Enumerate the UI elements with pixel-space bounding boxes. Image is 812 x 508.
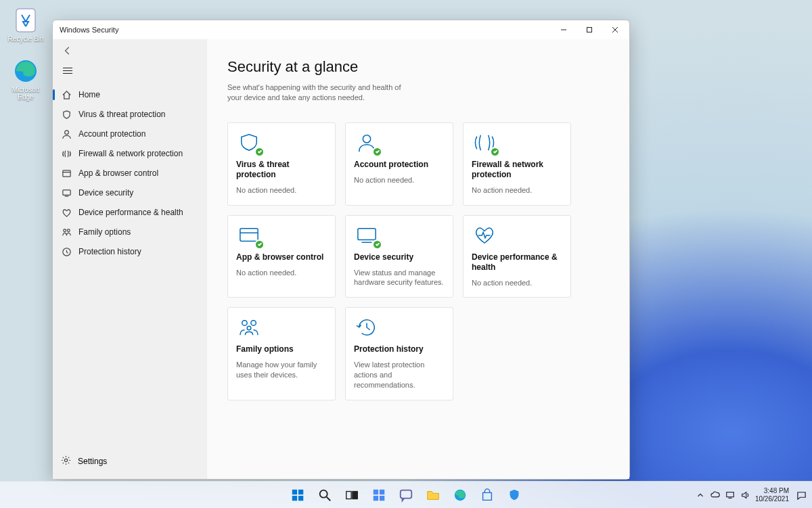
tile-history[interactable]: Protection history View latest protectio… (345, 307, 453, 400)
svg-rect-3 (587, 28, 592, 32)
sidebar-item-home[interactable]: Home (53, 85, 206, 104)
home-icon (61, 89, 72, 100)
onedrive-icon[interactable] (710, 490, 720, 500)
tile-virus-threat[interactable]: Virus & threat protection No action need… (227, 122, 336, 206)
clock-date: 10/26/2021 (755, 495, 789, 503)
sidebar-item-settings[interactable]: Settings (53, 452, 206, 471)
clock[interactable]: 3:48 PM 10/26/2021 (755, 487, 789, 503)
explorer-button[interactable] (422, 484, 445, 507)
close-button[interactable] (602, 20, 628, 39)
svg-rect-30 (353, 491, 357, 499)
svg-rect-35 (401, 490, 412, 498)
svg-point-14 (64, 459, 67, 461)
device-icon (354, 225, 381, 247)
svg-rect-32 (380, 489, 384, 494)
search-button[interactable] (313, 484, 336, 507)
tile-device-security[interactable]: Device security View status and manage h… (345, 215, 453, 298)
chat-button[interactable] (394, 484, 418, 507)
history-icon (61, 246, 72, 257)
svg-point-15 (363, 135, 370, 143)
tile-firewall[interactable]: Firewall & network protection No action … (463, 122, 571, 206)
svg-point-11 (63, 229, 66, 231)
volume-icon[interactable] (740, 490, 750, 500)
sidebar-item-label: Settings (78, 457, 107, 466)
tile-app-browser[interactable]: App & browser control No action needed. (227, 215, 336, 298)
tile-desc: Manage how your family uses their device… (236, 360, 327, 380)
tile-performance[interactable]: Device performance & health No action ne… (463, 215, 571, 298)
sidebar-item-account[interactable]: Account protection (53, 124, 206, 143)
svg-rect-7 (62, 170, 70, 176)
svg-rect-26 (298, 495, 303, 500)
tile-desc: View latest protection actions and recom… (354, 360, 445, 390)
edge-icon (12, 57, 39, 85)
tile-account[interactable]: Account protection No action needed. (345, 122, 453, 206)
shield-icon (61, 109, 72, 120)
chevron-up-icon[interactable] (696, 490, 705, 500)
minimize-button[interactable] (551, 20, 577, 39)
svg-point-6 (64, 130, 68, 134)
check-icon (490, 147, 500, 157)
firewall-icon (472, 133, 499, 154)
sidebar-item-label: App & browser control (78, 168, 158, 178)
svg-rect-33 (374, 495, 378, 500)
desktop-icon-edge[interactable]: Microsoft Edge (5, 57, 46, 101)
tile-title: App & browser control (236, 252, 327, 262)
tile-desc: No action needed. (472, 278, 562, 288)
recycle-bin-icon (12, 7, 39, 34)
sidebar-item-history[interactable]: Protection history (53, 242, 206, 261)
svg-point-21 (251, 321, 256, 326)
start-button[interactable] (286, 484, 309, 507)
shield-icon (236, 133, 263, 154)
svg-rect-18 (358, 228, 376, 239)
titlebar[interactable]: Windows Security (53, 20, 629, 39)
svg-rect-31 (374, 489, 378, 494)
notifications-button[interactable] (794, 488, 808, 502)
heart-pulse-icon (472, 225, 499, 247)
sidebar-item-label: Device security (78, 188, 133, 198)
tile-title: Device security (354, 252, 445, 262)
svg-rect-37 (727, 492, 734, 497)
sidebar-item-virus[interactable]: Virus & threat protection (53, 105, 206, 124)
system-tray[interactable] (696, 490, 750, 500)
check-icon (254, 147, 265, 157)
sidebar-item-family[interactable]: Family options (53, 223, 206, 241)
svg-line-28 (327, 497, 331, 501)
svg-rect-16 (240, 228, 258, 241)
windows-security-window: Windows Security Home Virus & (52, 20, 630, 480)
svg-point-12 (67, 229, 70, 231)
tile-family[interactable]: Family options Manage how your family us… (227, 307, 336, 400)
desktop-icon-recycle-bin[interactable]: Recycle Bin (5, 7, 46, 43)
taskbar: 3:48 PM 10/26/2021 (0, 481, 812, 508)
svg-rect-0 (16, 9, 35, 32)
device-icon (61, 187, 72, 198)
sidebar-item-label: Family options (78, 227, 131, 237)
app-browser-icon (61, 168, 72, 179)
maximize-button[interactable] (577, 20, 602, 39)
desktop-icon-label: Microsoft Edge (5, 86, 46, 101)
tile-desc: No action needed. (354, 175, 445, 185)
sidebar-item-label: Virus & threat protection (78, 110, 166, 119)
security-button[interactable] (503, 484, 526, 507)
svg-rect-29 (346, 491, 351, 499)
sidebar: Home Virus & threat protection Account p… (53, 39, 207, 479)
back-button[interactable] (60, 43, 76, 59)
widgets-button[interactable] (367, 484, 390, 507)
sidebar-item-device-security[interactable]: Device security (53, 183, 206, 202)
store-button[interactable] (476, 484, 499, 507)
network-icon[interactable] (725, 490, 735, 500)
svg-point-20 (242, 321, 248, 326)
gear-icon (61, 455, 71, 467)
desktop-icon-label: Recycle Bin (8, 35, 44, 43)
sidebar-item-firewall[interactable]: Firewall & network protection (53, 144, 206, 163)
sidebar-item-label: Device performance & health (78, 208, 183, 217)
taskview-button[interactable] (340, 484, 363, 507)
hamburger-menu[interactable] (60, 62, 76, 78)
edge-button[interactable] (449, 484, 472, 507)
sidebar-item-label: Firewall & network protection (78, 149, 183, 158)
svg-point-22 (247, 327, 251, 331)
sidebar-item-performance[interactable]: Device performance & health (53, 203, 206, 222)
tile-title: Account protection (354, 160, 445, 170)
check-icon (372, 239, 382, 250)
tile-title: Protection history (354, 344, 445, 354)
sidebar-item-app-browser[interactable]: App & browser control (53, 164, 206, 183)
